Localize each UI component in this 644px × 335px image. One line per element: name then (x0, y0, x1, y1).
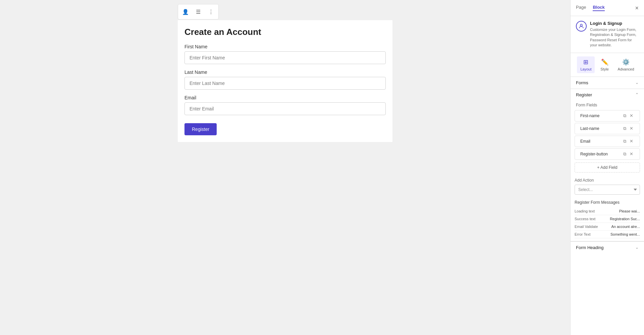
first-name-group: First Name (184, 44, 386, 64)
field-actions-lastname: ⧉ ✕ (622, 126, 634, 132)
tab-style[interactable]: ✏️ Style (597, 56, 612, 73)
field-actions-email: ⧉ ✕ (622, 138, 634, 144)
messages-section-label: Register Form Messages (575, 200, 640, 205)
message-value-email-validate: An account alre... (607, 225, 640, 229)
add-action-section: Add Action Select... (571, 175, 644, 197)
field-name-firstname: First-name (580, 113, 622, 118)
message-row-error: Error Text Something went... (575, 231, 640, 238)
close-panel-button[interactable]: × (635, 5, 639, 11)
field-copy-email[interactable]: ⧉ (622, 138, 627, 144)
tab-icons-row: ⊞ Layout ✏️ Style ⚙️ Advanced (571, 53, 644, 77)
register-label: Register (576, 92, 592, 97)
message-value-success: Registration Suc... (607, 217, 640, 221)
field-name-register-button: Register-button (580, 152, 622, 156)
register-button[interactable]: Register (184, 123, 217, 135)
tab-page[interactable]: Page (576, 5, 586, 11)
message-key-email-validate: Email Validate (575, 225, 607, 229)
field-actions-register-button: ⧉ ✕ (622, 151, 634, 157)
message-value-error: Something went... (607, 232, 640, 236)
first-name-input[interactable] (184, 51, 386, 64)
message-row-loading: Loading text Please wai... (575, 207, 640, 215)
layout-icon: ⊞ (583, 58, 588, 66)
last-name-group: Last Name (184, 69, 386, 90)
field-row-register-button: Register-button ⧉ ✕ (575, 148, 640, 160)
forms-section-row[interactable]: Forms ⌄ (571, 77, 644, 89)
field-name-email: Email (580, 139, 622, 144)
first-name-label: First Name (184, 44, 386, 49)
plugin-icon (576, 21, 587, 32)
tab-advanced[interactable]: ⚙️ Advanced (614, 56, 638, 73)
add-action-select[interactable]: Select... (575, 185, 640, 195)
form-heading-label: Form Heading (576, 245, 603, 250)
tab-block[interactable]: Block (593, 5, 604, 11)
style-icon: ✏️ (601, 58, 608, 66)
form-fields-label: Form Fields (571, 101, 644, 109)
plugin-title: Login & Signup (590, 21, 639, 26)
panel-header: Page Block × (571, 0, 644, 16)
field-row-firstname: First-name ⧉ ✕ (575, 110, 640, 122)
plugin-description: Customize your Login Form, Registration … (590, 27, 639, 48)
block-toolbar: 👤 ☰ ⋮ (178, 4, 219, 19)
toolbar-user-btn[interactable]: 👤 (179, 6, 192, 18)
forms-section-label: Forms (576, 80, 588, 85)
messages-section: Register Form Messages Loading text Plea… (571, 197, 644, 241)
form-block: 👤 ☰ ⋮ Create an Account First Name Last … (178, 20, 392, 142)
email-input[interactable] (184, 102, 386, 115)
message-key-loading: Loading text (575, 209, 607, 213)
register-chevron-icon: ⌃ (635, 92, 639, 97)
message-row-email-validate: Email Validate An account alre... (575, 223, 640, 231)
field-actions-firstname: ⧉ ✕ (622, 113, 634, 119)
message-value-loading: Please wai... (607, 209, 640, 213)
last-name-input[interactable] (184, 77, 386, 90)
field-delete-lastname[interactable]: ✕ (629, 126, 634, 131)
tab-layout[interactable]: ⊞ Layout (577, 56, 595, 73)
form-heading-row[interactable]: Form Heading ⌄ (571, 241, 644, 253)
email-group: Email (184, 95, 386, 115)
field-copy-firstname[interactable]: ⧉ (622, 113, 627, 119)
register-section: Register ⌃ Form Fields First-name ⧉ ✕ La… (571, 89, 644, 241)
field-delete-email[interactable]: ✕ (629, 138, 634, 144)
toolbar-more-btn[interactable]: ⋮ (205, 6, 217, 18)
field-row-lastname: Last-name ⧉ ✕ (575, 123, 640, 134)
svg-point-0 (580, 24, 582, 26)
canvas-area: 👤 ☰ ⋮ Create an Account First Name Last … (0, 0, 570, 335)
field-delete-register-button[interactable]: ✕ (629, 151, 634, 157)
form-title: Create an Account (184, 27, 386, 37)
right-panel: Page Block × Login & Signup Customize yo… (570, 0, 644, 335)
field-copy-register-button[interactable]: ⧉ (622, 151, 627, 157)
register-section-header[interactable]: Register ⌃ (571, 89, 644, 101)
email-label: Email (184, 95, 386, 100)
message-row-success: Success text Registration Suc... (575, 215, 640, 223)
add-action-label: Add Action (575, 178, 640, 183)
message-key-success: Success text (575, 217, 607, 221)
field-delete-firstname[interactable]: ✕ (629, 113, 634, 118)
field-name-lastname: Last-name (580, 126, 622, 131)
form-heading-chevron-icon: ⌄ (635, 245, 639, 250)
last-name-label: Last Name (184, 69, 386, 75)
advanced-icon: ⚙️ (622, 58, 630, 66)
forms-chevron-icon: ⌄ (635, 80, 639, 85)
field-row-email: Email ⧉ ✕ (575, 136, 640, 147)
toolbar-menu-btn[interactable]: ☰ (192, 6, 204, 18)
message-key-error: Error Text (575, 232, 607, 236)
add-field-button[interactable]: + Add Field (575, 162, 640, 173)
field-copy-lastname[interactable]: ⧉ (622, 126, 627, 132)
plugin-text: Login & Signup Customize your Login Form… (590, 21, 639, 48)
plugin-info: Login & Signup Customize your Login Form… (571, 16, 644, 53)
